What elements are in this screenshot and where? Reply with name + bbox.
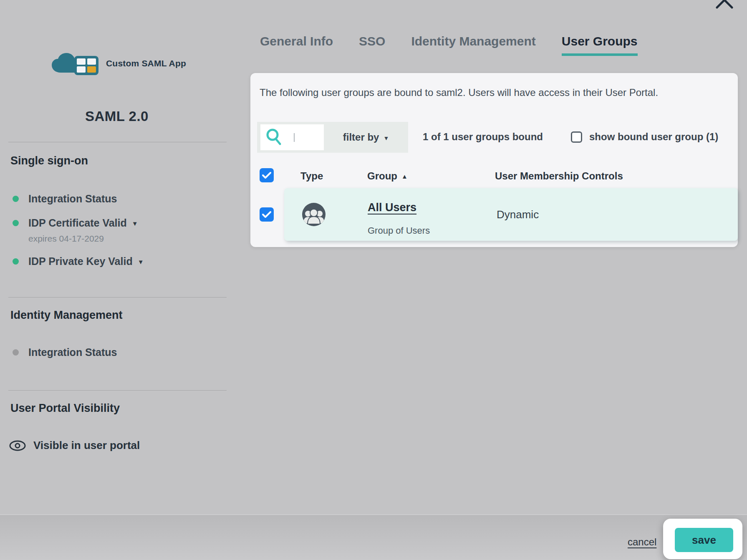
section-heading-identity-management: Identity Management xyxy=(10,309,123,322)
group-name-link[interactable]: All Users xyxy=(368,201,416,214)
cancel-button[interactable]: cancel xyxy=(628,536,656,548)
section-heading-sso: Single sign-on xyxy=(10,154,88,167)
tab-general-info[interactable]: General Info xyxy=(260,34,333,56)
tab-bar: General Info SSO Identity Management Use… xyxy=(260,34,638,56)
text-caret xyxy=(294,133,295,142)
close-icon[interactable] xyxy=(714,0,735,11)
panel-description: The following user groups are bound to s… xyxy=(260,87,658,98)
sidebar-item-idm-integration-status: Integration Status xyxy=(13,346,117,358)
save-button[interactable]: save xyxy=(675,528,733,552)
search-filter-bar: filter by ▼ xyxy=(257,122,408,153)
chevron-down-icon[interactable]: ▼ xyxy=(132,220,138,227)
app-logo: Custom SAML App xyxy=(48,51,186,76)
sort-ascending-icon: ▲ xyxy=(401,173,408,180)
show-bound-checkbox[interactable] xyxy=(571,131,582,143)
app-logo-label: Custom SAML App xyxy=(106,58,186,68)
status-dot-green-icon xyxy=(13,220,19,226)
status-dot-gray-icon xyxy=(13,349,19,356)
sidebar-item-idp-private-key[interactable]: IDP Private Key Valid ▼ xyxy=(13,255,144,267)
sidebar-item-sso-integration-status: Integration Status xyxy=(13,193,117,205)
sidebar-divider xyxy=(8,297,227,298)
column-header-user-membership-controls: User Membership Controls xyxy=(495,170,623,182)
table-row-all-users[interactable]: All Users Group of Users Dynamic xyxy=(284,188,738,241)
protocol-title: SAML 2.0 xyxy=(0,108,234,124)
filter-by-dropdown[interactable]: filter by ▼ xyxy=(324,122,408,153)
chevron-down-icon[interactable]: ▼ xyxy=(138,258,144,265)
user-groups-panel: The following user groups are bound to s… xyxy=(250,73,738,247)
tab-user-groups[interactable]: User Groups xyxy=(562,34,638,56)
save-button-panel: save xyxy=(663,519,742,559)
sidebar-divider xyxy=(8,142,227,142)
saml-app-modal: General Info SSO Identity Management Use… xyxy=(0,0,747,560)
select-all-checkbox[interactable] xyxy=(260,168,274,182)
column-header-type: Type xyxy=(300,170,323,182)
group-subtitle: Group of Users xyxy=(368,225,430,236)
show-bound-label: show bound user group (1) xyxy=(589,131,718,143)
check-icon xyxy=(262,172,271,179)
eye-icon xyxy=(8,439,27,452)
search-input[interactable] xyxy=(260,124,324,150)
tab-identity-management[interactable]: Identity Management xyxy=(411,34,535,56)
sidebar-divider xyxy=(8,390,227,391)
bound-count-text: 1 of 1 user groups bound xyxy=(423,131,543,143)
cloud-grid-app-logo-icon xyxy=(48,51,102,76)
status-dot-green-icon xyxy=(13,196,19,202)
section-heading-user-portal-visibility: User Portal Visibility xyxy=(10,402,120,415)
chevron-down-icon: ▼ xyxy=(383,135,389,141)
membership-control-value: Dynamic xyxy=(497,208,539,221)
status-dot-green-icon xyxy=(13,258,19,265)
sidebar-item-idp-certificate[interactable]: IDP Certificate Valid ▼ xyxy=(13,217,138,229)
search-icon xyxy=(265,129,282,147)
column-header-group[interactable]: Group▲ xyxy=(367,170,408,182)
sidebar-item-visible-in-user-portal: Visible in user portal xyxy=(8,439,140,452)
check-icon xyxy=(262,211,271,218)
certificate-expiry-text: expires 04-17-2029 xyxy=(28,234,104,244)
user-group-avatar-icon xyxy=(302,202,326,227)
row-checkbox[interactable] xyxy=(260,207,274,222)
tab-sso[interactable]: SSO xyxy=(359,34,385,56)
